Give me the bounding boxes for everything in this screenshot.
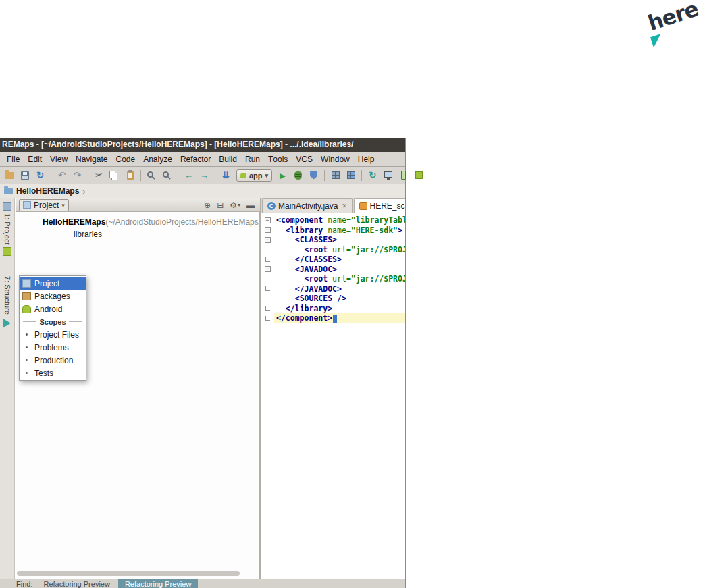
project-panel-header: Project ▾ ⊕ ⊟ ⚙▾ ▬ [16, 198, 260, 212]
view-option-tests[interactable]: •Tests [20, 367, 86, 379]
console-icon[interactable] [328, 169, 342, 182]
fold-end-marker[interactable] [265, 316, 270, 321]
replace-icon[interactable] [160, 169, 174, 182]
tab-mainactivity-java[interactable]: C MainActivity.java × [262, 198, 352, 213]
chevron-down-icon: ▾ [61, 202, 65, 209]
code-editor[interactable]: − − − − <component name="libraryTable [261, 213, 405, 579]
tree-item-project-root[interactable]: HelloHEREMaps (~/AndroidStudioProjects/H… [43, 216, 260, 228]
fold-end-marker[interactable] [265, 286, 270, 291]
menu-help[interactable]: Help [354, 152, 379, 166]
breadcrumb[interactable]: HelloHEREMaps [16, 186, 79, 196]
coverage-icon[interactable] [307, 169, 321, 182]
tab-here-sdk-xml[interactable]: HERE_sc [354, 198, 406, 213]
save-all-icon[interactable] [18, 169, 32, 182]
fold-end-marker[interactable] [265, 257, 270, 262]
project-view-icon [22, 279, 31, 288]
toolbar-separator [178, 170, 178, 181]
android-monitor-icon[interactable] [381, 169, 395, 182]
run-config-selector[interactable]: app ▾ [236, 169, 272, 182]
find-icon[interactable] [145, 169, 159, 182]
menu-vcs[interactable]: VCS [292, 152, 317, 166]
view-option-project-files[interactable]: •Project Files [20, 328, 86, 341]
android-icon [240, 173, 246, 178]
collapse-all-icon[interactable]: ⊟ [217, 201, 224, 210]
project-panel: Project ▾ ⊕ ⊟ ⚙▾ ▬ HelloHEREMaps (~/Andr… [16, 198, 260, 579]
menu-code[interactable]: Code [111, 152, 139, 166]
code-line: <JAVADOC> [274, 265, 405, 275]
tree-item-libraries[interactable]: libraries [74, 228, 102, 240]
menu-window[interactable]: Window [317, 152, 354, 166]
fold-marker[interactable]: − [265, 217, 271, 223]
paste-icon[interactable] [123, 169, 137, 182]
scopes-separator: Scopes [20, 315, 86, 328]
android-view-icon [22, 305, 31, 313]
toolbar-separator [215, 170, 215, 181]
toolbar-separator [361, 170, 362, 181]
synchronize-icon[interactable]: ↻ [33, 169, 47, 182]
menu-bar: File Edit View Navigate Code Analyze Ref… [0, 152, 405, 167]
menu-run[interactable]: Run [241, 152, 264, 166]
open-file-icon[interactable] [2, 169, 16, 182]
project-tree[interactable]: HelloHEREMaps (~/AndroidStudioProjects/H… [16, 212, 260, 579]
ide-window: REMaps - [~/AndroidStudioProjects/HelloH… [0, 138, 406, 588]
project-folder-icon [4, 188, 13, 194]
back-icon[interactable]: ← [182, 169, 196, 182]
tool-button-structure[interactable]: 7: Structure [3, 276, 11, 315]
refactoring-preview-tab[interactable]: Refactoring Preview [36, 579, 116, 588]
fold-marker[interactable]: − [265, 266, 271, 272]
menu-edit[interactable]: Edit [24, 152, 46, 166]
menu-build[interactable]: Build [215, 152, 241, 166]
run-icon[interactable]: ▶ [276, 169, 290, 182]
menu-tools[interactable]: Tools [264, 152, 292, 166]
navigation-bar: HelloHEREMaps › [0, 184, 405, 198]
text-caret [333, 315, 337, 323]
copy-icon[interactable] [107, 169, 122, 182]
horizontal-scrollbar[interactable] [17, 571, 240, 576]
view-selector[interactable]: Project ▾ [19, 199, 69, 211]
view-option-problems[interactable]: •Problems [20, 341, 86, 354]
screenshot-canvas: here REMaps - [~/AndroidStudioProjects/H… [0, 0, 705, 588]
undo-icon[interactable]: ↶ [55, 169, 69, 182]
close-icon[interactable]: × [342, 201, 346, 211]
favorites-tool-icon[interactable] [3, 319, 11, 327]
redo-icon[interactable]: ↷ [70, 169, 84, 182]
forward-icon[interactable]: → [197, 169, 211, 182]
view-option-packages[interactable]: Packages [20, 290, 86, 302]
menu-analyze[interactable]: Analyze [139, 152, 176, 166]
filter-icon[interactable]: ⊕ [204, 201, 211, 210]
layout-editor-icon[interactable] [344, 169, 358, 182]
java-class-icon: C [267, 202, 276, 210]
settings-gear-icon[interactable]: ⚙▾ [230, 201, 240, 210]
debug-icon[interactable] [291, 169, 305, 182]
menu-view[interactable]: View [46, 152, 72, 166]
code-lines: <component name="libraryTable <library n… [274, 215, 405, 323]
hide-panel-icon[interactable]: ▬ [246, 201, 255, 210]
avd-manager-icon[interactable] [396, 169, 411, 182]
menu-file[interactable]: File [3, 152, 24, 166]
here-logo-text: here [645, 0, 701, 35]
refactoring-preview-tab-active[interactable]: Refactoring Preview [118, 579, 198, 588]
xml-file-icon [359, 202, 367, 210]
fold-marker[interactable]: − [265, 237, 271, 243]
view-option-production[interactable]: •Production [20, 354, 86, 367]
view-option-android[interactable]: Android [20, 302, 86, 315]
toolbar-separator [140, 170, 141, 181]
menu-navigate[interactable]: Navigate [72, 152, 111, 166]
view-option-project[interactable]: Project [20, 277, 86, 290]
editor-tab-bar: C MainActivity.java × HERE_sc [261, 198, 405, 213]
editor-area: C MainActivity.java × HERE_sc − − − [260, 198, 405, 579]
project-tool-icon[interactable] [3, 202, 11, 211]
gradle-sync-icon[interactable]: ↻ [365, 169, 380, 182]
cut-icon[interactable]: ✂ [92, 169, 106, 182]
here-logo: here [644, 3, 702, 51]
window-titlebar[interactable]: REMaps - [~/AndroidStudioProjects/HelloH… [0, 138, 405, 152]
sdk-manager-icon[interactable] [412, 169, 426, 182]
fold-marker[interactable]: − [265, 227, 271, 233]
tool-button-project[interactable]: 1: Project [3, 213, 11, 244]
captures-tool-icon[interactable] [3, 247, 11, 256]
menu-refactor[interactable]: Refactor [176, 152, 215, 166]
fold-gutter: − − − − [261, 215, 274, 323]
code-line: </JAVADOC> [274, 284, 405, 294]
fold-end-marker[interactable] [265, 306, 270, 311]
update-project-icon[interactable]: ⇊ [219, 169, 233, 182]
